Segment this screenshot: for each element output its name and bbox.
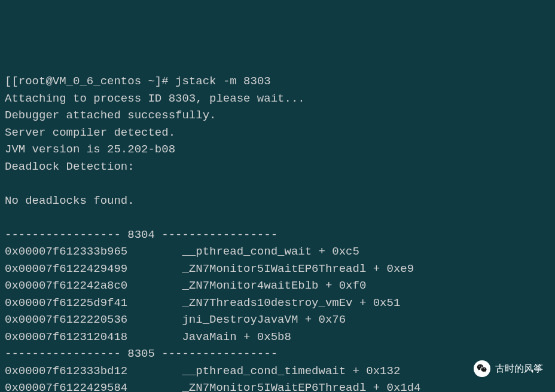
command-prompt-line: [[root@VM_0_6_centos ~]# jstack -m 8303 xyxy=(5,73,550,90)
watermark: 古时的风筝 xyxy=(474,360,543,377)
stack-frame: 0x00007f6123120418 JavaMain + 0x5b8 xyxy=(5,329,550,346)
output-line: No deadlocks found. xyxy=(5,192,550,210)
wechat-icon xyxy=(474,360,490,377)
stack-frame: 0x00007f612333bd12 __pthread_cond_timedw… xyxy=(5,363,550,380)
output-line: Attaching to process ID 8303, please wai… xyxy=(5,90,550,108)
output-line xyxy=(5,175,550,192)
stack-frame: 0x00007f612242a8c0 _ZN7Monitor4waitEblb … xyxy=(5,277,550,295)
output-line: Deadlock Detection: xyxy=(5,158,550,176)
stack-frame: 0x00007f61225d9f41 _ZN7Threads10destroy_… xyxy=(5,295,550,312)
stack-frame: 0x00007f6122429499 _ZN7Monitor5IWaitEP6T… xyxy=(5,261,550,278)
output-line xyxy=(5,209,550,226)
watermark-text: 古时的风筝 xyxy=(495,362,543,376)
terminal-output: [[root@VM_0_6_centos ~]# jstack -m 8303A… xyxy=(5,73,550,392)
stack-frame: 0x00007f6122429584 _ZN7Monitor5IWaitEP6T… xyxy=(5,379,550,392)
thread-separator: ----------------- 8305 ----------------- xyxy=(5,345,550,363)
stack-frame: 0x00007f612333b965 __pthread_cond_wait +… xyxy=(5,243,550,261)
stack-frame: 0x00007f6122220536 jni_DestroyJavaVM + 0… xyxy=(5,311,550,329)
output-line: Debugger attached successfully. xyxy=(5,107,550,124)
output-line: JVM version is 25.202-b08 xyxy=(5,141,550,158)
thread-separator: ----------------- 8304 ----------------- xyxy=(5,226,550,244)
output-line: Server compiler detected. xyxy=(5,124,550,142)
